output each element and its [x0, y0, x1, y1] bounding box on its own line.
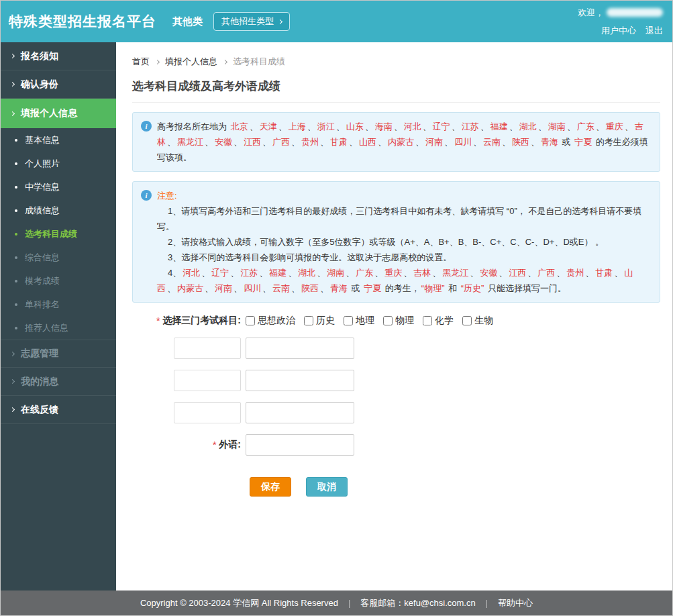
politics-checkbox[interactable] — [246, 316, 255, 325]
chevron-right-icon — [10, 407, 15, 412]
sidebar-item-label: 推荐人信息 — [25, 322, 68, 334]
bullet-dot-icon — [15, 327, 17, 329]
sidebar-item-basic-info[interactable]: 基本信息 — [1, 128, 116, 152]
sidebar-item-label: 基本信息 — [25, 134, 60, 146]
foreign-language-label-text: 外语: — [219, 439, 241, 451]
sidebar-item-mock-exam-scores[interactable]: 模考成绩 — [1, 269, 116, 293]
required-mark: * — [156, 315, 160, 326]
subject-checkbox-geography[interactable]: 地理 — [344, 315, 374, 327]
sidebar-item-recommender-info[interactable]: 推荐人信息 — [1, 316, 116, 340]
sidebar-item-identity-confirm[interactable]: 确认身份 — [1, 70, 116, 99]
subject-score-input-3[interactable] — [246, 402, 354, 423]
sidebar-item-label: 我的消息 — [21, 376, 58, 388]
notice-rules-box: i 注意: 1、请填写高考外语和三门选考科目的最好成绩，三门选考科目中如有未考、… — [132, 181, 660, 303]
buttons-row: 保存 取消 — [132, 477, 660, 497]
sidebar-item-registration-notice[interactable]: 报名须知 — [1, 42, 116, 70]
checkbox-label: 化学 — [435, 315, 454, 327]
chevron-right-icon — [10, 54, 15, 58]
buttons-group: 保存 取消 — [246, 477, 348, 497]
geography-checkbox[interactable] — [344, 316, 353, 325]
sidebar-item-single-subject-rank[interactable]: 单科排名 — [1, 293, 116, 316]
subject-name-input-1[interactable] — [174, 338, 241, 359]
sidebar-item-personal-photo[interactable]: 个人照片 — [1, 152, 116, 175]
bullet-dot-icon — [15, 256, 17, 259]
score-row-2 — [132, 370, 660, 391]
sidebar-item-subject-scores[interactable]: 选考科目成绩 — [1, 222, 116, 246]
chemistry-checkbox[interactable] — [423, 316, 432, 325]
checkbox-label: 思想政治 — [258, 315, 295, 327]
sidebar-item-label: 成绩信息 — [25, 205, 60, 217]
subject-checkbox-history[interactable]: 历史 — [304, 315, 335, 327]
bullet-dot-icon — [15, 280, 17, 283]
welcome-text: 欢迎， — [578, 7, 604, 19]
physics-checkbox[interactable] — [383, 316, 393, 325]
foreign-language-row: * 外语: — [132, 434, 660, 456]
info-icon: i — [141, 190, 152, 201]
subject-name-input-2[interactable] — [174, 370, 241, 391]
bullet-dot-icon — [15, 186, 17, 189]
save-button[interactable]: 保存 — [250, 477, 291, 497]
sidebar-item-label: 个人照片 — [25, 158, 60, 170]
bullet-dot-icon — [15, 303, 17, 306]
sidebar-item-comprehensive-info[interactable]: 综合信息 — [1, 246, 116, 269]
logout-link[interactable]: 退出 — [645, 25, 663, 37]
score-form: * 选择三门考试科目: 思想政治 历史 地理 — [132, 315, 660, 497]
sidebar-item-online-feedback[interactable]: 在线反馈 — [1, 396, 116, 424]
sidebar-item-label: 综合信息 — [25, 252, 60, 264]
breadcrumb: 首页 填报个人信息 选考科目成绩 — [132, 56, 660, 68]
sidebar-item-score-info[interactable]: 成绩信息 — [1, 199, 116, 222]
sidebar-item-label: 模考成绩 — [25, 275, 60, 287]
subject-checkbox-politics[interactable]: 思想政治 — [246, 315, 295, 327]
cancel-button[interactable]: 取消 — [306, 477, 348, 497]
notice-location-box: i 高考报名所在地为 北京、天津、上海、浙江、山东、海南、河北、辽宁、江苏、福建… — [132, 112, 660, 172]
notice-rule-item-3: 3、选择不同的选考科目会影响可填报的专业。这取决于志愿高校的设置。 — [157, 250, 650, 265]
info-icon: i — [141, 121, 152, 132]
biology-checkbox[interactable] — [462, 316, 472, 325]
other-enroll-type-button[interactable]: 其他招生类型 — [213, 12, 290, 31]
category-label: 其他类 — [172, 15, 203, 28]
sidebar-item-label: 中学信息 — [25, 181, 60, 193]
breadcrumb-home-link[interactable]: 首页 — [132, 56, 150, 68]
welcome-line: 欢迎， — [578, 7, 663, 19]
foreign-language-score-input[interactable] — [246, 434, 354, 456]
history-checkbox[interactable] — [304, 316, 313, 325]
subject-checkbox-biology[interactable]: 生物 — [462, 315, 493, 327]
sidebar-item-application-management[interactable]: 志愿管理 — [1, 340, 116, 368]
user-center-link[interactable]: 用户中心 — [601, 25, 636, 37]
subject-score-input-2[interactable] — [246, 370, 354, 391]
checkbox-label: 物理 — [395, 315, 414, 327]
sidebar-item-my-messages[interactable]: 我的消息 — [1, 368, 116, 396]
foreign-language-label: * 外语: — [132, 439, 246, 451]
bullet-dot-icon — [15, 162, 17, 165]
checkbox-label: 生物 — [474, 315, 493, 327]
subject-name-input-3[interactable] — [174, 402, 241, 423]
breadcrumb-personal-info-link[interactable]: 填报个人信息 — [165, 56, 217, 68]
sidebar-item-label: 报名须知 — [21, 50, 58, 62]
required-mark: * — [213, 440, 216, 450]
subject-checkbox-physics[interactable]: 物理 — [383, 315, 414, 327]
sidebar-item-personal-info[interactable]: 填报个人信息 — [1, 99, 116, 128]
sidebar-item-label: 填报个人信息 — [21, 107, 77, 119]
help-center-link[interactable]: 帮助中心 — [498, 597, 533, 609]
other-enroll-type-button-label: 其他招生类型 — [221, 15, 274, 28]
service-email-link[interactable]: kefu@chsi.com.cn — [404, 598, 475, 608]
bullet-dot-icon — [15, 233, 17, 236]
chevron-right-icon — [10, 82, 15, 87]
sidebar-item-label: 选考科目成绩 — [25, 228, 77, 240]
page: 特殊类型招生报名平台 其他类 其他招生类型 欢迎， 用户中心 退出 报名须知 确… — [0, 0, 673, 616]
page-title: 选考科目成绩及高考外语成绩 — [132, 79, 660, 103]
sidebar: 报名须知 确认身份 填报个人信息 基本信息 个人照片 中学信息 成绩信息 选考 — [1, 42, 116, 591]
copyright-text: Copyright © 2003-2024 学信网 All Rights Res… — [140, 597, 338, 609]
subject-checkbox-chemistry[interactable]: 化学 — [423, 315, 454, 327]
subject-score-input-1[interactable] — [246, 338, 354, 359]
chevron-right-icon — [10, 379, 15, 384]
notice-rules-title: 注意: — [157, 188, 650, 203]
username-redacted — [607, 8, 663, 17]
footer: Copyright © 2003-2024 学信网 All Rights Res… — [1, 591, 672, 615]
notice-location-text: 高考报名所在地为 北京、天津、上海、浙江、山东、海南、河北、辽宁、江苏、福建、湖… — [157, 119, 650, 165]
header: 特殊类型招生报名平台 其他类 其他招生类型 欢迎， 用户中心 退出 — [1, 1, 672, 42]
subject-checkbox-group: 思想政治 历史 地理 物理 — [246, 315, 493, 327]
sidebar-item-label: 在线反馈 — [21, 404, 58, 416]
chevron-right-icon — [278, 19, 282, 23]
sidebar-item-school-info[interactable]: 中学信息 — [1, 175, 116, 199]
